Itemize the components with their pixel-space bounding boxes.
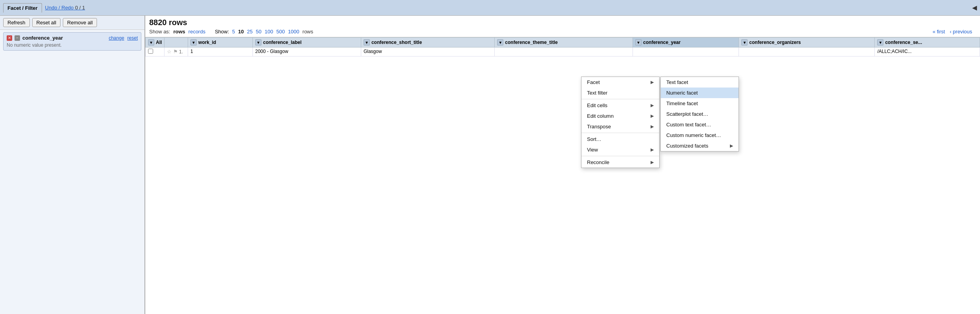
row-work-id: 1 bbox=[188, 47, 253, 57]
facet-no-value: No numeric value present. bbox=[7, 42, 138, 48]
reset-all-button[interactable]: Reset all bbox=[32, 18, 61, 27]
show-50[interactable]: 50 bbox=[256, 29, 261, 35]
submenu-customized-facets-arrow: ▶ bbox=[730, 143, 733, 148]
facet-filter-tab[interactable]: Facet / Filter bbox=[3, 3, 42, 13]
col-conference-label-label: conference_label bbox=[263, 40, 302, 45]
col-conference-short-title-dropdown[interactable]: ▼ bbox=[364, 39, 370, 46]
col-conference-se-label: conference_se... bbox=[885, 40, 922, 45]
menu-item-transpose-label: Transpose bbox=[587, 124, 611, 130]
menu-item-facet[interactable]: Facet ▶ bbox=[581, 77, 659, 88]
col-header-conference-theme-title: ▼ conference_theme_title bbox=[495, 38, 633, 47]
flag-button[interactable]: ⚑ bbox=[173, 49, 178, 55]
sidebar-toolbar: Refresh Reset all Remove all bbox=[0, 16, 144, 30]
menu-item-view[interactable]: View ▶ bbox=[581, 144, 659, 155]
col-header-conference-label: ▼ conference_label bbox=[253, 38, 361, 47]
data-table: ▼ All ▼ work_id bbox=[145, 37, 980, 57]
menu-divider-1 bbox=[581, 99, 659, 99]
show-1000[interactable]: 1000 bbox=[288, 29, 299, 35]
col-all-dropdown[interactable]: ▼ bbox=[148, 39, 154, 46]
facet-change-link[interactable]: change bbox=[109, 35, 124, 41]
facet-submenu: Text facet Numeric facet Timeline facet … bbox=[660, 77, 739, 152]
submenu-timeline-facet[interactable]: Timeline facet bbox=[661, 98, 739, 109]
col-all-label: All bbox=[156, 40, 162, 45]
facet-item-header: ✕ − conference_year change reset bbox=[7, 35, 138, 41]
show-10[interactable]: 10 bbox=[238, 29, 244, 35]
menu-item-reconcile[interactable]: Reconcile ▶ bbox=[581, 157, 659, 168]
show-500[interactable]: 500 bbox=[276, 29, 285, 35]
content-area: 8820 rows Show as: rows records Show: 5 … bbox=[145, 16, 980, 314]
menu-item-reconcile-label: Reconcile bbox=[587, 159, 609, 165]
col-header-selector: ▼ All bbox=[146, 38, 165, 47]
menu-item-edit-column[interactable]: Edit column ▶ bbox=[581, 111, 659, 121]
top-header: Facet / Filter Undo / Redo 0 / 1 ◀ bbox=[0, 0, 980, 16]
facet-minimize-button[interactable]: − bbox=[15, 35, 20, 41]
show-as-records[interactable]: records bbox=[188, 29, 205, 35]
menu-item-edit-column-arrow: ▶ bbox=[651, 113, 654, 119]
show-as-rows[interactable]: rows bbox=[173, 29, 185, 35]
col-conference-theme-title-label: conference_theme_title bbox=[505, 40, 558, 45]
col-conference-organizers-label: conference_organizers bbox=[749, 40, 801, 45]
menu-item-text-filter-label: Text filter bbox=[587, 90, 607, 96]
row-conference-label: 2000 - Glasgow bbox=[253, 47, 361, 57]
row-conference-short-title: Glasgow bbox=[361, 47, 494, 57]
facet-name: conference_year bbox=[22, 35, 106, 41]
submenu-customized-facets-label: Customized facets bbox=[666, 143, 708, 149]
submenu-customized-facets[interactable]: Customized facets ▶ bbox=[661, 141, 739, 151]
row-conference-organizers bbox=[739, 47, 875, 57]
row-number: 1. bbox=[179, 49, 185, 55]
col-work-id-dropdown[interactable]: ▼ bbox=[190, 39, 197, 46]
col-conference-theme-title-dropdown[interactable]: ▼ bbox=[497, 39, 503, 46]
column-dropdown-menu: Facet ▶ Text filter Edit cells ▶ Edit co… bbox=[581, 77, 660, 168]
col-conference-short-title-label: conference_short_title bbox=[371, 40, 422, 45]
undo-redo-link[interactable]: Undo / Redo 0 / 1 bbox=[45, 5, 85, 11]
submenu-scatterplot-facet[interactable]: Scatterplot facet… bbox=[661, 109, 739, 119]
refresh-button[interactable]: Refresh bbox=[3, 18, 30, 27]
menu-item-sort[interactable]: Sort… bbox=[581, 134, 659, 144]
col-conference-organizers-dropdown[interactable]: ▼ bbox=[741, 39, 748, 46]
menu-item-text-filter[interactable]: Text filter bbox=[581, 88, 659, 98]
facet-close-button[interactable]: ✕ bbox=[7, 35, 12, 41]
submenu-text-facet-label: Text facet bbox=[666, 79, 688, 85]
col-header-conference-se: ▼ conference_se... bbox=[875, 38, 980, 47]
show-as-label: Show as: bbox=[149, 29, 170, 35]
show-25[interactable]: 25 bbox=[247, 29, 252, 35]
col-conference-year-label: conference_year bbox=[643, 40, 680, 45]
menu-item-transpose-arrow: ▶ bbox=[651, 124, 654, 129]
row-conference-theme-title bbox=[495, 47, 633, 57]
menu-item-edit-cells[interactable]: Edit cells ▶ bbox=[581, 100, 659, 111]
remove-all-button[interactable]: Remove all bbox=[63, 18, 97, 27]
show-5[interactable]: 5 bbox=[232, 29, 235, 35]
col-header-flags bbox=[165, 38, 188, 47]
nav-first[interactable]: « first bbox=[932, 29, 945, 35]
star-button[interactable]: ☆ bbox=[167, 49, 172, 55]
submenu-custom-numeric-facet-label: Custom numeric facet… bbox=[666, 132, 721, 138]
col-conference-se-dropdown[interactable]: ▼ bbox=[877, 39, 883, 46]
col-conference-label-dropdown[interactable]: ▼ bbox=[255, 39, 261, 46]
row-select-checkbox[interactable] bbox=[148, 49, 153, 54]
col-conference-year-dropdown[interactable]: ▼ bbox=[635, 39, 642, 46]
col-header-work-id: ▼ work_id bbox=[188, 38, 253, 47]
show-bar: Show as: rows records Show: 5 10 25 50 1… bbox=[149, 29, 976, 35]
submenu-numeric-facet[interactable]: Numeric facet bbox=[661, 88, 739, 98]
collapse-button[interactable]: ◀ bbox=[972, 4, 977, 11]
show-count-label: Show: bbox=[215, 29, 229, 35]
nav-previous[interactable]: ‹ previous bbox=[950, 29, 972, 35]
submenu-timeline-facet-label: Timeline facet bbox=[666, 100, 698, 106]
facet-reset-link[interactable]: reset bbox=[127, 35, 138, 41]
show-100[interactable]: 100 bbox=[265, 29, 273, 35]
menu-item-facet-label: Facet bbox=[587, 79, 600, 85]
menu-item-edit-column-label: Edit column bbox=[587, 113, 614, 119]
menu-item-view-arrow: ▶ bbox=[651, 147, 654, 152]
submenu-text-facet[interactable]: Text facet bbox=[661, 77, 739, 88]
row-conference-se: /ALLC;ACH/IC... bbox=[875, 47, 980, 57]
menu-item-transpose[interactable]: Transpose ▶ bbox=[581, 121, 659, 132]
content-header: 8820 rows Show as: rows records Show: 5 … bbox=[145, 16, 980, 37]
menu-divider-2 bbox=[581, 133, 659, 133]
col-header-conference-year: ▼ conference_year bbox=[633, 38, 739, 47]
row-checkbox bbox=[146, 47, 165, 57]
sidebar: Refresh Reset all Remove all ✕ − confere… bbox=[0, 16, 145, 314]
submenu-scatterplot-facet-label: Scatterplot facet… bbox=[666, 111, 708, 117]
submenu-custom-numeric-facet[interactable]: Custom numeric facet… bbox=[661, 130, 739, 141]
submenu-custom-text-facet[interactable]: Custom text facet… bbox=[661, 119, 739, 130]
facet-item: ✕ − conference_year change reset No nume… bbox=[3, 32, 141, 51]
